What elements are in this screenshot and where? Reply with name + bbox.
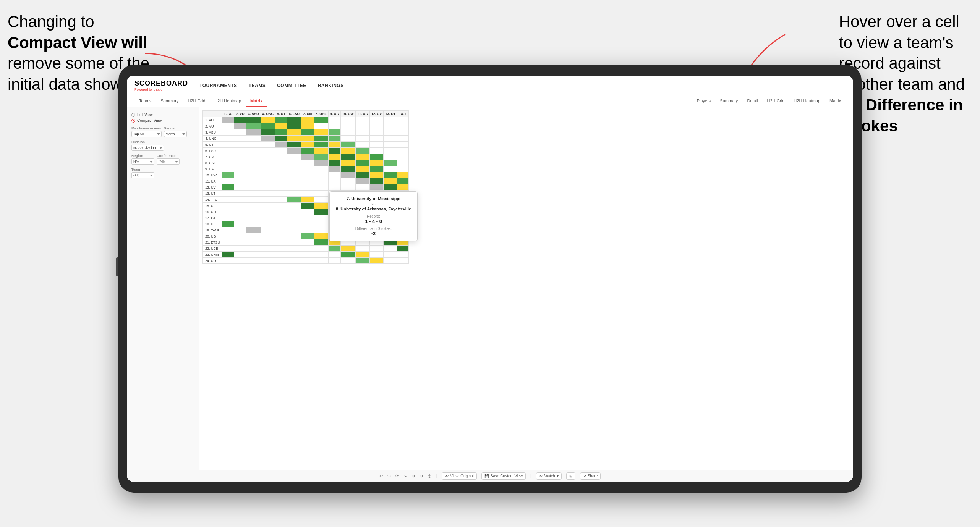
cell[interactable] [369, 166, 384, 172]
cell[interactable] [328, 136, 340, 142]
cell[interactable] [261, 154, 275, 160]
tab-detail[interactable]: Detail [742, 95, 762, 107]
cell[interactable] [275, 233, 287, 239]
cell[interactable] [275, 136, 287, 142]
cell[interactable] [287, 136, 301, 142]
nav-teams[interactable]: TEAMS [249, 83, 266, 88]
cell[interactable] [397, 252, 409, 258]
cell[interactable] [246, 239, 261, 246]
cell[interactable] [301, 221, 314, 227]
zoom-icon[interactable]: ⤡ [403, 474, 407, 479]
cell[interactable] [328, 184, 340, 191]
cell[interactable] [328, 148, 340, 154]
cell[interactable] [301, 209, 314, 215]
cell[interactable] [314, 172, 329, 178]
cell[interactable] [222, 227, 234, 233]
cell[interactable] [384, 246, 397, 252]
cell[interactable] [355, 184, 369, 191]
cell[interactable] [234, 221, 246, 227]
nav-tournaments[interactable]: TOURNAMENTS [199, 83, 237, 88]
cell[interactable] [246, 136, 261, 142]
cell[interactable] [369, 184, 384, 191]
cell[interactable] [314, 221, 329, 227]
cell[interactable] [301, 129, 314, 136]
cell[interactable] [246, 215, 261, 221]
cell[interactable] [314, 258, 329, 264]
cell[interactable] [234, 184, 246, 191]
cell[interactable] [287, 148, 301, 154]
minus-icon[interactable]: ⊖ [420, 474, 423, 479]
cell[interactable] [261, 203, 275, 209]
cell[interactable] [301, 233, 314, 239]
full-view-radio[interactable] [131, 113, 135, 117]
cell[interactable] [222, 252, 234, 258]
cell[interactable] [328, 154, 340, 160]
cell[interactable] [261, 160, 275, 166]
cell[interactable] [369, 117, 384, 123]
cell[interactable] [287, 142, 301, 148]
cell[interactable] [340, 166, 355, 172]
nav-committee[interactable]: COMMITTEE [277, 83, 306, 88]
cell[interactable] [355, 154, 369, 160]
cell[interactable] [314, 129, 329, 136]
cell[interactable] [246, 191, 261, 197]
cell[interactable] [261, 246, 275, 252]
cell[interactable] [234, 233, 246, 239]
cell[interactable] [301, 172, 314, 178]
cell[interactable] [246, 221, 261, 227]
cell[interactable] [222, 197, 234, 203]
cell[interactable] [222, 239, 234, 246]
cell[interactable] [314, 117, 329, 123]
cell[interactable] [234, 117, 246, 123]
cell[interactable] [261, 136, 275, 142]
share-button[interactable]: ↗ Share [580, 472, 601, 480]
division-select[interactable]: NCAA Division I [131, 145, 164, 151]
cell[interactable] [355, 172, 369, 178]
cell[interactable] [246, 233, 261, 239]
cell[interactable] [340, 252, 355, 258]
cell[interactable] [246, 258, 261, 264]
cell[interactable] [328, 246, 340, 252]
cell[interactable] [287, 252, 301, 258]
nav-rankings[interactable]: RANKINGS [318, 83, 344, 88]
cell[interactable] [301, 215, 314, 221]
cell[interactable] [287, 117, 301, 123]
cell[interactable] [384, 154, 397, 160]
cell[interactable] [234, 129, 246, 136]
cell[interactable] [222, 209, 234, 215]
cell[interactable] [384, 172, 397, 178]
cell[interactable] [384, 184, 397, 191]
cell[interactable] [355, 136, 369, 142]
cell[interactable] [246, 209, 261, 215]
cell[interactable] [275, 123, 287, 129]
cell[interactable] [275, 221, 287, 227]
add-icon[interactable]: ⊕ [411, 474, 415, 479]
cell[interactable] [384, 178, 397, 184]
cell[interactable] [275, 129, 287, 136]
cell[interactable] [328, 129, 340, 136]
cell[interactable] [340, 172, 355, 178]
cell[interactable] [275, 197, 287, 203]
cell[interactable] [384, 136, 397, 142]
cell[interactable] [340, 178, 355, 184]
tab-h2h-heatmap-left[interactable]: H2H Heatmap [210, 95, 246, 107]
cell[interactable] [301, 203, 314, 209]
cell[interactable] [355, 246, 369, 252]
cell[interactable] [384, 258, 397, 264]
cell[interactable] [369, 246, 384, 252]
cell[interactable] [246, 117, 261, 123]
cell[interactable] [369, 160, 384, 166]
cell[interactable] [314, 166, 329, 172]
cell[interactable] [369, 258, 384, 264]
cell[interactable] [384, 166, 397, 172]
cell[interactable] [314, 142, 329, 148]
cell[interactable] [246, 178, 261, 184]
cell[interactable] [222, 246, 234, 252]
cell[interactable] [397, 160, 409, 166]
cell[interactable] [234, 142, 246, 148]
cell[interactable] [328, 166, 340, 172]
cell[interactable] [314, 203, 329, 209]
view-original-button[interactable]: 👁 View: Original [442, 472, 477, 480]
cell[interactable] [234, 148, 246, 154]
cell[interactable] [287, 166, 301, 172]
